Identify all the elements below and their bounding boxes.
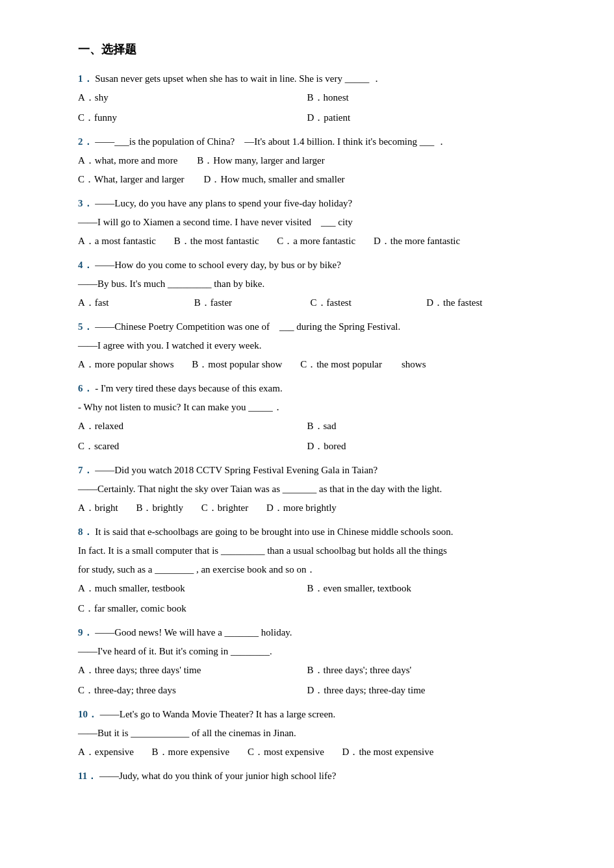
q3-text2: ——I will go to Xiamen a second time. I h… bbox=[78, 214, 536, 231]
q5-option-a: A．more popular shows bbox=[78, 359, 176, 369]
q4-option-d: D．the fastest bbox=[426, 294, 536, 312]
q5-option-c: C．the most popular shows bbox=[300, 359, 426, 369]
question-10: 10． ——Let's go to Wanda Movie Theater? I… bbox=[78, 706, 536, 761]
q6-num: 6． bbox=[78, 383, 93, 393]
question-8: 8． It is said that e-schoolbags are goin… bbox=[78, 523, 536, 617]
q8-text3: for study, such as a ________ , an exerc… bbox=[78, 561, 536, 578]
section-title: 一、选择题 bbox=[78, 39, 536, 60]
q3-option-c: C．a more fantastic bbox=[277, 236, 358, 246]
q4-option-b: B．faster bbox=[194, 294, 304, 312]
q8-text: It is said that e-schoolbags are going t… bbox=[95, 527, 453, 537]
q9-option-a: A．three days; three days' time bbox=[78, 662, 307, 679]
q3-option-a: A．a most fantastic bbox=[78, 236, 159, 246]
q11-text: ——Judy, what do you think of your junior… bbox=[99, 771, 336, 781]
question-6: 6． - I'm very tired these days because o… bbox=[78, 380, 536, 455]
q4-options: A．fast B．faster C．fastest D．the fastest bbox=[78, 294, 536, 312]
q7-option-c: C．brighter bbox=[201, 502, 251, 513]
q10-option-d: D．the most expensive bbox=[342, 747, 434, 757]
q9-text2: ——I've heard of it. But it's coming in _… bbox=[78, 643, 536, 660]
q1-option-a: A．shy bbox=[78, 89, 307, 106]
q1-options: A．shy B．honest C．funny D．patient bbox=[78, 89, 536, 127]
q2-num: 2． bbox=[78, 136, 93, 147]
q4-option-c: C．fastest bbox=[311, 294, 420, 312]
q9-option-c: C．three-day; three days bbox=[78, 682, 307, 699]
q6-text2: - Why not listen to music? It can make y… bbox=[78, 399, 536, 416]
q10-option-a: A．expensive bbox=[78, 747, 136, 757]
q5-options: A．more popular shows B．most popular show… bbox=[78, 356, 536, 373]
q7-options: A．bright B．brightly C．brighter D．more br… bbox=[78, 499, 536, 517]
q1-num: 1． bbox=[78, 73, 93, 84]
q3-text: ——Lucy, do you have any plans to spend y… bbox=[95, 198, 352, 208]
question-3: 3． ——Lucy, do you have any plans to spen… bbox=[78, 195, 536, 250]
q9-option-b: B．three days'; three days' bbox=[307, 662, 537, 679]
q8-option-c: C．far smaller, comic book bbox=[78, 600, 307, 617]
q6-option-b: B．sad bbox=[307, 417, 537, 435]
q10-options: A．expensive B．more expensive C．most expe… bbox=[78, 743, 536, 761]
q7-option-d: D．more brightly bbox=[266, 502, 337, 513]
q9-text: ——Good news! We will have a _______ holi… bbox=[95, 627, 292, 638]
q3-option-d: D．the more fantastic bbox=[374, 236, 460, 246]
q8-text2: In fact. It is a small computer that is … bbox=[78, 542, 536, 560]
q2-text: ——___is the population of China? —It's a… bbox=[95, 136, 446, 147]
question-9: 9． ——Good news! We will have a _______ h… bbox=[78, 624, 536, 699]
q6-option-d: D．bored bbox=[307, 438, 537, 455]
q10-option-c: C．most expensive bbox=[248, 747, 327, 757]
question-2: 2． ——___is the population of China? —It'… bbox=[78, 133, 536, 188]
q2-line3: C．What, larger and larger D．How much, sm… bbox=[78, 171, 536, 188]
q3-num: 3． bbox=[78, 198, 93, 208]
question-4: 4． ——How do you come to school every day… bbox=[78, 256, 536, 312]
q4-num: 4． bbox=[78, 260, 93, 270]
q1-option-b: B．honest bbox=[307, 89, 537, 106]
q4-text2: ——By bus. It's much _________ than by bi… bbox=[78, 275, 536, 293]
q6-option-c: C．scared bbox=[78, 438, 307, 455]
question-7: 7． ——Did you watch 2018 CCTV Spring Fest… bbox=[78, 462, 536, 517]
q9-num: 9． bbox=[78, 627, 93, 638]
q4-option-a: A．fast bbox=[78, 294, 188, 312]
q8-options: A．much smaller, testbook B．even smaller,… bbox=[78, 580, 536, 617]
q4-text: ——How do you come to school every day, b… bbox=[95, 260, 341, 270]
q5-text: ——Chinese Poetry Competition was one of … bbox=[95, 321, 400, 332]
q8-option-b: B．even smaller, textbook bbox=[307, 580, 537, 597]
q10-option-b: B．more expensive bbox=[152, 747, 232, 757]
q6-options: A．relaxed B．sad C．scared D．bored bbox=[78, 417, 536, 455]
q8-option-a: A．much smaller, testbook bbox=[78, 580, 307, 597]
question-5: 5． ——Chinese Poetry Competition was one … bbox=[78, 318, 536, 373]
q11-num: 11． bbox=[78, 771, 97, 781]
q6-option-a: A．relaxed bbox=[78, 417, 307, 435]
q10-text2: ——But it is ____________ of all the cine… bbox=[78, 725, 536, 742]
q5-num: 5． bbox=[78, 321, 93, 332]
q9-options: A．three days; three days' time B．three d… bbox=[78, 662, 536, 699]
q7-text2: ——Certainly. That night the sky over Tai… bbox=[78, 480, 536, 498]
question-11: 11． ——Judy, what do you think of your ju… bbox=[78, 767, 536, 785]
q1-option-c: C．funny bbox=[78, 109, 307, 127]
q5-text2: ——I agree with you. I watched it every w… bbox=[78, 337, 536, 354]
question-1: 1． Susan never gets upset when she has t… bbox=[78, 70, 536, 127]
q7-option-b: B．brightly bbox=[136, 502, 185, 513]
q8-num: 8． bbox=[78, 527, 93, 537]
q2-line2: A．what, more and more B．How many, larger… bbox=[78, 152, 536, 169]
q10-num: 10． bbox=[78, 709, 97, 719]
q5-option-b: B．most popular show bbox=[192, 359, 285, 369]
q1-option-d: D．patient bbox=[307, 109, 537, 127]
q6-text: - I'm very tired these days because of t… bbox=[95, 383, 282, 393]
q7-text: ——Did you watch 2018 CCTV Spring Festiva… bbox=[95, 465, 377, 475]
q10-text: ——Let's go to Wanda Movie Theater? It ha… bbox=[100, 709, 336, 719]
q7-num: 7． bbox=[78, 465, 93, 475]
q3-option-b: B．the most fantastic bbox=[174, 236, 262, 246]
q7-option-a: A．bright bbox=[78, 502, 120, 513]
q9-option-d: D．three days; three-day time bbox=[307, 682, 537, 699]
q3-options: A．a most fantastic B．the most fantastic … bbox=[78, 232, 536, 250]
q1-text: Susan never gets upset when she has to w… bbox=[95, 73, 381, 84]
